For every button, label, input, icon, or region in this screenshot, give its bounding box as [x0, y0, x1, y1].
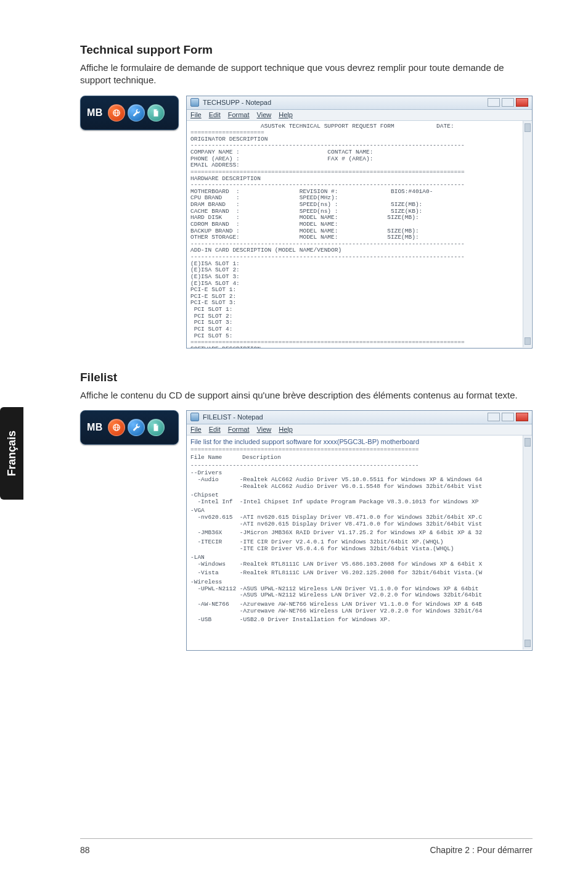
filelist-row: -Realtek ALC662 Audio Driver V6.0.1.5548… — [190, 484, 528, 490]
filelist-row: -Intel Inf -Intel Chipset Inf update Pro… — [190, 499, 528, 506]
menu-view[interactable]: View — [257, 111, 272, 119]
col-description: Description — [242, 455, 281, 461]
scrollbar[interactable] — [523, 435, 531, 650]
globe-icon — [108, 104, 125, 122]
filelist-row: -AW-NE766 -Azurewave AW-NE766 Wireless L… — [190, 601, 528, 608]
scrollbar-thumb[interactable] — [525, 123, 531, 132]
notepad-icon — [190, 413, 199, 421]
filelist-row: -ITECIR -ITE CIR Driver V2.4.0.1 for Win… — [190, 539, 528, 546]
section1-title: Technical support Form — [80, 43, 533, 57]
menu-edit[interactable]: Edit — [209, 426, 221, 434]
badge-text: MB — [87, 422, 103, 433]
filelist-notepad-window: FILELIST - Notepad File Edit Format View… — [186, 410, 533, 651]
wrench-icon — [128, 419, 145, 436]
globe-icon — [108, 419, 125, 436]
filelist-row: -ASUS UPWL-N2112 Wireless LAN Driver V2.… — [190, 592, 528, 599]
notepad-icon — [190, 98, 199, 107]
menubar[interactable]: File Edit Format View Help — [187, 110, 532, 121]
maximize-button[interactable] — [502, 413, 514, 421]
filelist-row: -Vista -Realtek RTL8111C LAN Driver V6.2… — [190, 570, 528, 577]
scrollbar-thumb[interactable] — [525, 438, 531, 447]
window-title: TECHSUPP - Notepad — [203, 99, 271, 107]
chapter-label: Chapitre 2 : Pour démarrer — [430, 845, 533, 855]
badge-text: MB — [87, 107, 103, 118]
section1-desc: Affiche le formulaire de demande de supp… — [80, 62, 533, 87]
filelist-row: -Windows -Realtek RTL8111C LAN Driver V5… — [190, 561, 528, 568]
scrollbar-down-button[interactable] — [525, 640, 531, 647]
maximize-button[interactable] — [502, 98, 514, 107]
menu-help[interactable]: Help — [279, 426, 293, 434]
motherboard-badge: MB — [80, 410, 179, 445]
minimize-button[interactable] — [488, 98, 500, 107]
menu-format[interactable]: Format — [228, 111, 250, 119]
menu-help[interactable]: Help — [279, 111, 293, 119]
menu-file[interactable]: File — [190, 426, 202, 434]
scrollbar-down-button[interactable] — [525, 337, 531, 345]
notepad-body[interactable]: ASUSTeK TECHNICAL SUPPORT REQUEST FORM D… — [187, 121, 532, 348]
close-button[interactable] — [516, 413, 528, 421]
wrench-icon — [128, 104, 145, 122]
menu-edit[interactable]: Edit — [209, 111, 221, 119]
notepad-body[interactable]: File list for the included support softw… — [187, 435, 532, 650]
section2-title: Filelist — [80, 371, 533, 384]
document-icon — [147, 104, 165, 122]
filelist-row: -Azurewave AW-NE766 Wireless LAN Driver … — [190, 608, 528, 615]
techsupp-notepad-window: TECHSUPP - Notepad File Edit Format View… — [186, 96, 533, 349]
minimize-button[interactable] — [488, 413, 500, 421]
scrollbar[interactable] — [523, 121, 531, 347]
titlebar[interactable]: FILELIST - Notepad — [187, 411, 532, 424]
window-title: FILELIST - Notepad — [203, 413, 263, 421]
filelist-row: -Audio -Realtek ALC662 Audio Driver V5.1… — [190, 477, 528, 484]
menu-file[interactable]: File — [190, 111, 202, 119]
page-number: 88 — [80, 845, 90, 855]
col-filename: File Name — [190, 455, 242, 461]
filelist-row: -ITE CIR Driver V5.0.4.6 for Windows 32b… — [190, 546, 528, 553]
menubar[interactable]: File Edit Format View Help — [187, 424, 532, 435]
section2-desc: Affiche le contenu du CD de support ains… — [80, 389, 533, 402]
document-icon — [147, 419, 165, 436]
menu-view[interactable]: View — [257, 426, 272, 434]
filelist-row: -ATI nv620.615 Display Driver V8.471.0.0… — [190, 521, 528, 528]
menu-format[interactable]: Format — [228, 426, 250, 434]
titlebar[interactable]: TECHSUPP - Notepad — [187, 96, 532, 110]
motherboard-badge: MB — [80, 96, 179, 130]
close-button[interactable] — [516, 98, 528, 107]
filelist-row: -JMB36X -JMicron JMB36X RAID Driver V1.1… — [190, 530, 528, 537]
filelist-row: -USB -USB2.0 Driver Installation for Win… — [190, 617, 528, 624]
intro-line: File list for the included support softw… — [190, 438, 528, 446]
footer-divider — [80, 838, 533, 839]
